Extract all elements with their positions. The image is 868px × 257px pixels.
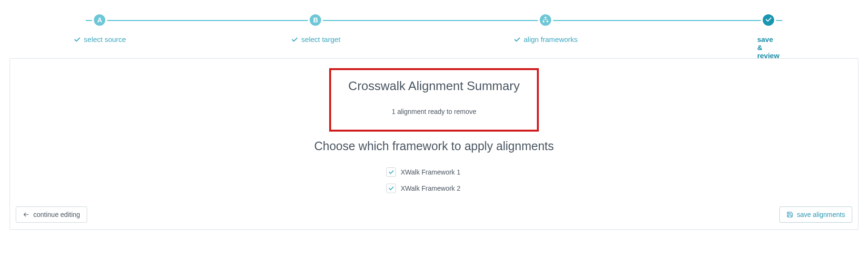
check-circle-icon: [765, 16, 772, 25]
alignment-summary-box: Crosswalk Alignment Summary 1 alignment …: [329, 68, 539, 132]
wizard-step-labels: select source select target align framew…: [86, 35, 782, 50]
svg-rect-1: [543, 21, 545, 22]
step-badge: A: [92, 12, 107, 28]
framework-label: XWalk Framework 1: [401, 168, 461, 176]
step-label-text: save & review: [757, 35, 779, 60]
check-icon: [513, 36, 521, 43]
step-label-text: select source: [84, 35, 126, 43]
stepper-line: [86, 20, 782, 21]
sitemap-icon: [542, 16, 549, 24]
framework-list: XWalk Framework 1 XWalk Framework 2: [16, 167, 852, 193]
step-badge: B: [308, 12, 323, 28]
summary-subtitle: 1 alignment ready to remove: [336, 108, 532, 115]
framework-item[interactable]: XWalk Framework 2: [386, 184, 482, 193]
framework-item[interactable]: XWalk Framework 1: [386, 167, 482, 177]
step-label-align[interactable]: align frameworks: [513, 35, 577, 43]
step-align[interactable]: [538, 10, 553, 28]
checkbox[interactable]: [386, 184, 396, 193]
button-label: save alignments: [797, 211, 845, 218]
wizard-stepper: A B: [86, 10, 782, 31]
save-alignments-button[interactable]: save alignments: [779, 206, 852, 223]
arrow-left-icon: [23, 211, 30, 218]
step-label-source[interactable]: select source: [73, 35, 126, 43]
step-label-text: align frameworks: [524, 35, 577, 43]
svg-rect-2: [546, 21, 548, 22]
step-label-target[interactable]: select target: [291, 35, 341, 43]
save-icon: [787, 211, 793, 218]
check-icon: [73, 36, 81, 43]
step-badge: [761, 12, 776, 28]
summary-card: Crosswalk Alignment Summary 1 alignment …: [10, 58, 858, 230]
button-label: continue editing: [33, 211, 80, 218]
step-target[interactable]: B: [308, 10, 323, 28]
checkbox[interactable]: [386, 167, 396, 177]
svg-rect-0: [545, 17, 546, 18]
step-label-save[interactable]: save & review: [757, 35, 779, 60]
step-badge: [538, 12, 553, 28]
framework-label: XWalk Framework 2: [401, 185, 461, 192]
choose-framework-title: Choose which framework to apply alignmen…: [16, 139, 852, 153]
card-footer: continue editing save alignments: [16, 206, 852, 223]
summary-title: Crosswalk Alignment Summary: [336, 79, 532, 93]
check-icon: [291, 36, 299, 43]
continue-editing-button[interactable]: continue editing: [16, 206, 87, 223]
step-save-review[interactable]: [761, 10, 776, 28]
step-label-text: select target: [302, 35, 341, 43]
step-source[interactable]: A: [92, 10, 107, 28]
